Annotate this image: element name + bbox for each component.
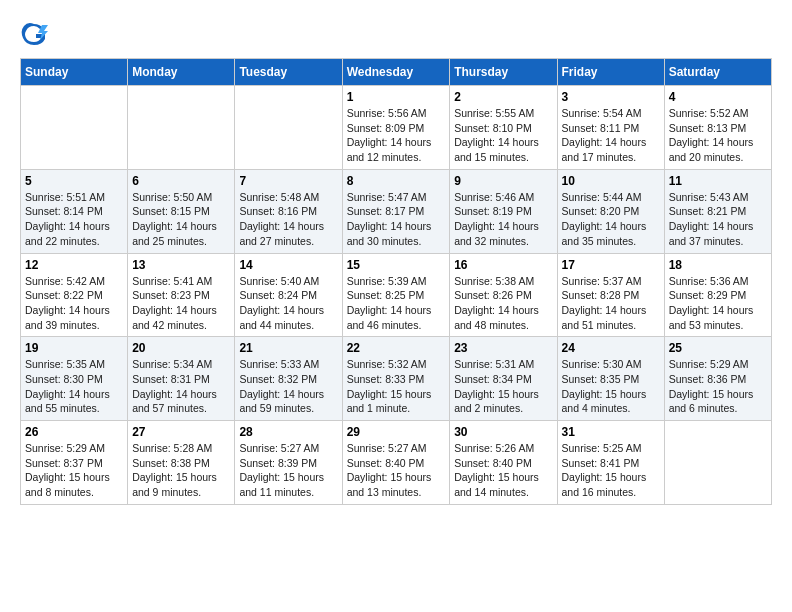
logo-icon — [20, 20, 48, 48]
day-info: Sunrise: 5:43 AM Sunset: 8:21 PM Dayligh… — [669, 190, 767, 249]
day-number: 9 — [454, 174, 552, 188]
week-row-3: 12Sunrise: 5:42 AM Sunset: 8:22 PM Dayli… — [21, 253, 772, 337]
weekday-header-row: SundayMondayTuesdayWednesdayThursdayFrid… — [21, 59, 772, 86]
calendar-cell: 19Sunrise: 5:35 AM Sunset: 8:30 PM Dayli… — [21, 337, 128, 421]
calendar-cell: 2Sunrise: 5:55 AM Sunset: 8:10 PM Daylig… — [450, 86, 557, 170]
calendar-cell: 11Sunrise: 5:43 AM Sunset: 8:21 PM Dayli… — [664, 169, 771, 253]
calendar-cell: 22Sunrise: 5:32 AM Sunset: 8:33 PM Dayli… — [342, 337, 450, 421]
day-info: Sunrise: 5:56 AM Sunset: 8:09 PM Dayligh… — [347, 106, 446, 165]
calendar-cell: 15Sunrise: 5:39 AM Sunset: 8:25 PM Dayli… — [342, 253, 450, 337]
weekday-header-friday: Friday — [557, 59, 664, 86]
calendar-cell: 25Sunrise: 5:29 AM Sunset: 8:36 PM Dayli… — [664, 337, 771, 421]
day-number: 12 — [25, 258, 123, 272]
day-number: 8 — [347, 174, 446, 188]
day-info: Sunrise: 5:51 AM Sunset: 8:14 PM Dayligh… — [25, 190, 123, 249]
calendar-cell: 16Sunrise: 5:38 AM Sunset: 8:26 PM Dayli… — [450, 253, 557, 337]
day-info: Sunrise: 5:47 AM Sunset: 8:17 PM Dayligh… — [347, 190, 446, 249]
calendar-cell: 9Sunrise: 5:46 AM Sunset: 8:19 PM Daylig… — [450, 169, 557, 253]
calendar-cell: 10Sunrise: 5:44 AM Sunset: 8:20 PM Dayli… — [557, 169, 664, 253]
day-info: Sunrise: 5:25 AM Sunset: 8:41 PM Dayligh… — [562, 441, 660, 500]
calendar-cell: 17Sunrise: 5:37 AM Sunset: 8:28 PM Dayli… — [557, 253, 664, 337]
day-number: 6 — [132, 174, 230, 188]
calendar-cell: 14Sunrise: 5:40 AM Sunset: 8:24 PM Dayli… — [235, 253, 342, 337]
weekday-header-wednesday: Wednesday — [342, 59, 450, 86]
logo — [20, 20, 52, 48]
day-number: 22 — [347, 341, 446, 355]
day-info: Sunrise: 5:36 AM Sunset: 8:29 PM Dayligh… — [669, 274, 767, 333]
week-row-2: 5Sunrise: 5:51 AM Sunset: 8:14 PM Daylig… — [21, 169, 772, 253]
day-info: Sunrise: 5:38 AM Sunset: 8:26 PM Dayligh… — [454, 274, 552, 333]
calendar-cell: 1Sunrise: 5:56 AM Sunset: 8:09 PM Daylig… — [342, 86, 450, 170]
day-info: Sunrise: 5:28 AM Sunset: 8:38 PM Dayligh… — [132, 441, 230, 500]
day-info: Sunrise: 5:48 AM Sunset: 8:16 PM Dayligh… — [239, 190, 337, 249]
calendar-cell: 8Sunrise: 5:47 AM Sunset: 8:17 PM Daylig… — [342, 169, 450, 253]
day-info: Sunrise: 5:34 AM Sunset: 8:31 PM Dayligh… — [132, 357, 230, 416]
weekday-header-thursday: Thursday — [450, 59, 557, 86]
calendar-cell: 13Sunrise: 5:41 AM Sunset: 8:23 PM Dayli… — [128, 253, 235, 337]
day-number: 30 — [454, 425, 552, 439]
calendar-cell: 3Sunrise: 5:54 AM Sunset: 8:11 PM Daylig… — [557, 86, 664, 170]
calendar-cell: 28Sunrise: 5:27 AM Sunset: 8:39 PM Dayli… — [235, 421, 342, 505]
day-number: 25 — [669, 341, 767, 355]
day-info: Sunrise: 5:29 AM Sunset: 8:37 PM Dayligh… — [25, 441, 123, 500]
day-number: 15 — [347, 258, 446, 272]
calendar-cell: 29Sunrise: 5:27 AM Sunset: 8:40 PM Dayli… — [342, 421, 450, 505]
day-number: 16 — [454, 258, 552, 272]
calendar-cell: 30Sunrise: 5:26 AM Sunset: 8:40 PM Dayli… — [450, 421, 557, 505]
day-number: 27 — [132, 425, 230, 439]
day-number: 5 — [25, 174, 123, 188]
calendar-cell: 5Sunrise: 5:51 AM Sunset: 8:14 PM Daylig… — [21, 169, 128, 253]
calendar-cell: 4Sunrise: 5:52 AM Sunset: 8:13 PM Daylig… — [664, 86, 771, 170]
calendar-cell: 7Sunrise: 5:48 AM Sunset: 8:16 PM Daylig… — [235, 169, 342, 253]
calendar-cell — [235, 86, 342, 170]
calendar-cell: 27Sunrise: 5:28 AM Sunset: 8:38 PM Dayli… — [128, 421, 235, 505]
weekday-header-sunday: Sunday — [21, 59, 128, 86]
day-number: 1 — [347, 90, 446, 104]
calendar-cell: 23Sunrise: 5:31 AM Sunset: 8:34 PM Dayli… — [450, 337, 557, 421]
calendar-cell — [128, 86, 235, 170]
day-info: Sunrise: 5:39 AM Sunset: 8:25 PM Dayligh… — [347, 274, 446, 333]
calendar-cell — [664, 421, 771, 505]
calendar-table: SundayMondayTuesdayWednesdayThursdayFrid… — [20, 58, 772, 505]
week-row-4: 19Sunrise: 5:35 AM Sunset: 8:30 PM Dayli… — [21, 337, 772, 421]
week-row-1: 1Sunrise: 5:56 AM Sunset: 8:09 PM Daylig… — [21, 86, 772, 170]
calendar-cell — [21, 86, 128, 170]
day-info: Sunrise: 5:29 AM Sunset: 8:36 PM Dayligh… — [669, 357, 767, 416]
calendar-cell: 26Sunrise: 5:29 AM Sunset: 8:37 PM Dayli… — [21, 421, 128, 505]
day-info: Sunrise: 5:42 AM Sunset: 8:22 PM Dayligh… — [25, 274, 123, 333]
weekday-header-monday: Monday — [128, 59, 235, 86]
day-info: Sunrise: 5:55 AM Sunset: 8:10 PM Dayligh… — [454, 106, 552, 165]
day-info: Sunrise: 5:31 AM Sunset: 8:34 PM Dayligh… — [454, 357, 552, 416]
day-number: 18 — [669, 258, 767, 272]
day-info: Sunrise: 5:46 AM Sunset: 8:19 PM Dayligh… — [454, 190, 552, 249]
day-number: 21 — [239, 341, 337, 355]
day-number: 26 — [25, 425, 123, 439]
day-info: Sunrise: 5:37 AM Sunset: 8:28 PM Dayligh… — [562, 274, 660, 333]
day-info: Sunrise: 5:27 AM Sunset: 8:39 PM Dayligh… — [239, 441, 337, 500]
day-info: Sunrise: 5:33 AM Sunset: 8:32 PM Dayligh… — [239, 357, 337, 416]
day-info: Sunrise: 5:54 AM Sunset: 8:11 PM Dayligh… — [562, 106, 660, 165]
day-number: 28 — [239, 425, 337, 439]
day-info: Sunrise: 5:52 AM Sunset: 8:13 PM Dayligh… — [669, 106, 767, 165]
weekday-header-saturday: Saturday — [664, 59, 771, 86]
weekday-header-tuesday: Tuesday — [235, 59, 342, 86]
calendar-cell: 21Sunrise: 5:33 AM Sunset: 8:32 PM Dayli… — [235, 337, 342, 421]
day-number: 2 — [454, 90, 552, 104]
calendar-cell: 18Sunrise: 5:36 AM Sunset: 8:29 PM Dayli… — [664, 253, 771, 337]
day-number: 10 — [562, 174, 660, 188]
day-info: Sunrise: 5:50 AM Sunset: 8:15 PM Dayligh… — [132, 190, 230, 249]
day-info: Sunrise: 5:40 AM Sunset: 8:24 PM Dayligh… — [239, 274, 337, 333]
calendar-cell: 20Sunrise: 5:34 AM Sunset: 8:31 PM Dayli… — [128, 337, 235, 421]
day-info: Sunrise: 5:35 AM Sunset: 8:30 PM Dayligh… — [25, 357, 123, 416]
day-number: 17 — [562, 258, 660, 272]
day-number: 20 — [132, 341, 230, 355]
day-info: Sunrise: 5:30 AM Sunset: 8:35 PM Dayligh… — [562, 357, 660, 416]
day-number: 23 — [454, 341, 552, 355]
day-info: Sunrise: 5:41 AM Sunset: 8:23 PM Dayligh… — [132, 274, 230, 333]
week-row-5: 26Sunrise: 5:29 AM Sunset: 8:37 PM Dayli… — [21, 421, 772, 505]
day-info: Sunrise: 5:26 AM Sunset: 8:40 PM Dayligh… — [454, 441, 552, 500]
day-info: Sunrise: 5:32 AM Sunset: 8:33 PM Dayligh… — [347, 357, 446, 416]
day-number: 19 — [25, 341, 123, 355]
day-info: Sunrise: 5:44 AM Sunset: 8:20 PM Dayligh… — [562, 190, 660, 249]
calendar-cell: 12Sunrise: 5:42 AM Sunset: 8:22 PM Dayli… — [21, 253, 128, 337]
